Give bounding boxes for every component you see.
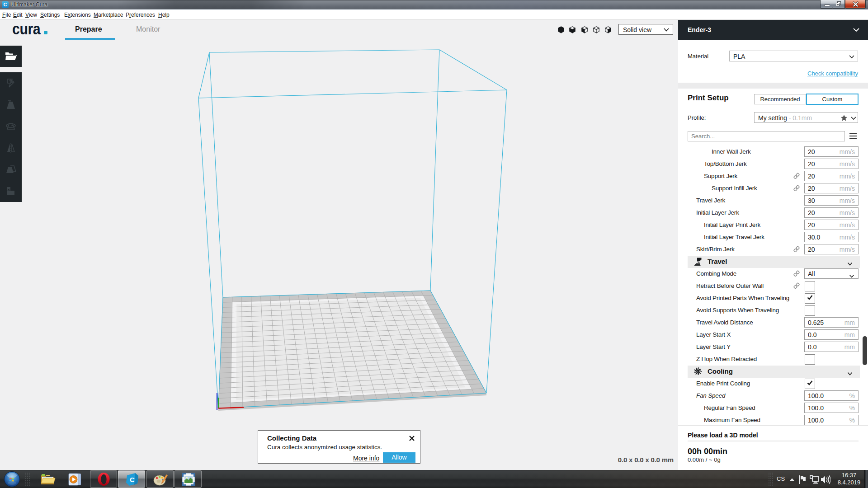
svg-text:C: C	[130, 476, 135, 483]
